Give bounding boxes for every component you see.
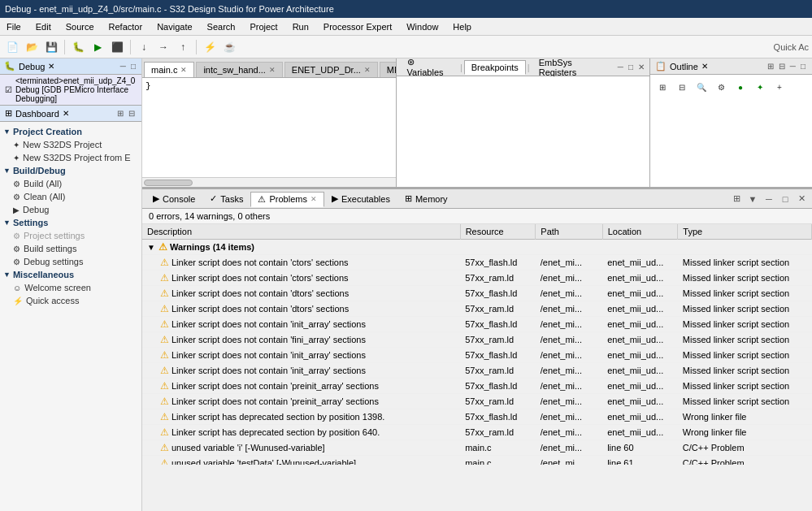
nav-build-settings[interactable]: ⚙ Build settings xyxy=(0,242,141,255)
debug-minimize[interactable]: ─ xyxy=(119,61,128,71)
table-row[interactable]: ⚠Linker script does not contain 'ctors' … xyxy=(142,271,812,286)
outline-action-1[interactable]: ⊞ xyxy=(654,78,671,96)
menu-navigate[interactable]: Navigate xyxy=(154,21,195,32)
section-miscellaneous[interactable]: ▼ Miscellaneous xyxy=(0,268,141,281)
editor-tab-enet[interactable]: ENET_UDP_Dr... ✕ xyxy=(284,62,378,77)
outline-close[interactable]: ✕ xyxy=(701,62,708,71)
nav-clean-all[interactable]: ⚙ Clean (All) xyxy=(0,190,141,203)
bottom-panel-min[interactable]: ─ xyxy=(762,192,776,206)
open-button[interactable]: 📂 xyxy=(23,38,41,56)
new-button[interactable]: 📄 xyxy=(3,38,21,56)
editor-tab-mpc[interactable]: MPC5748G.h ✕ xyxy=(380,62,396,77)
col-resource[interactable]: Resource xyxy=(460,224,536,240)
menu-project[interactable]: Project xyxy=(246,21,280,32)
bottom-panel-btn2[interactable]: ▼ xyxy=(745,192,760,206)
tab-tasks[interactable]: ✓ Tasks xyxy=(202,191,250,206)
dashboard-tab-close[interactable]: ✕ xyxy=(63,109,69,118)
editor-tab-main-c[interactable]: main.c ✕ xyxy=(144,62,194,78)
tab-intc-close[interactable]: ✕ xyxy=(269,66,276,74)
perspective-java-button[interactable]: ☕ xyxy=(220,38,238,56)
nav-debug-settings[interactable]: ⚙ Debug settings xyxy=(0,255,141,268)
outline-action-2[interactable]: ⊟ xyxy=(673,78,691,96)
menu-search[interactable]: Search xyxy=(204,21,239,32)
table-row[interactable]: ⚠Linker script does not contain 'init_ar… xyxy=(142,363,812,379)
step-into-button[interactable]: ↓ xyxy=(135,38,153,56)
step-over-button[interactable]: → xyxy=(154,38,172,56)
debug-tab-close[interactable]: ✕ xyxy=(48,62,54,71)
outline-toolbar-btn2[interactable]: ⊟ xyxy=(777,61,787,71)
bottom-panel-close[interactable]: ✕ xyxy=(794,192,809,206)
tab-enet-close[interactable]: ✕ xyxy=(364,66,371,74)
outline-min[interactable]: ─ xyxy=(788,61,797,71)
debug-maximize[interactable]: □ xyxy=(129,61,137,71)
col-location[interactable]: Location xyxy=(602,224,678,240)
dashboard-tab[interactable]: ⊞ Dashboard ✕ ⊞ ⊟ xyxy=(0,106,141,122)
dashboard-collapse[interactable]: ⊟ xyxy=(127,108,137,119)
problems-tab-close[interactable]: ✕ xyxy=(310,195,317,203)
table-row[interactable]: ⚠Linker script has deprecated section by… xyxy=(142,425,812,440)
menu-edit[interactable]: Edit xyxy=(33,21,54,32)
debug-button[interactable]: 🐛 xyxy=(69,38,87,56)
editor-hscroll[interactable] xyxy=(142,177,396,187)
table-row[interactable]: ⚠Linker script does not contain 'ctors' … xyxy=(142,255,812,271)
col-path[interactable]: Path xyxy=(536,224,602,240)
table-row[interactable]: ⚠Linker script does not contain 'dtors' … xyxy=(142,286,812,301)
section-settings[interactable]: ▼ Settings xyxy=(0,216,141,229)
col-type[interactable]: Type xyxy=(678,224,812,240)
table-row[interactable]: ⚠Linker script does not contain 'init_ar… xyxy=(142,317,812,332)
editor-tab-intc[interactable]: intc_sw_hand... ✕ xyxy=(196,62,282,77)
tab-console[interactable]: ▶ Console xyxy=(145,191,202,206)
section-build-debug[interactable]: ▼ Build/Debug xyxy=(0,164,141,177)
table-row[interactable]: ⚠Linker script does not contain 'preinit… xyxy=(142,379,812,394)
terminated-checkbox[interactable]: ☑ xyxy=(5,85,12,94)
save-button[interactable]: 💾 xyxy=(42,38,60,56)
variables-panel-min[interactable]: ─ xyxy=(616,62,625,72)
menu-file[interactable]: File xyxy=(3,21,24,32)
section-project-creation[interactable]: ▼ Project Creation xyxy=(0,125,141,138)
table-row[interactable]: ▼⚠Warnings (14 items) xyxy=(142,240,812,255)
outline-toolbar-btn1[interactable]: ⊞ xyxy=(766,61,775,71)
editor-content[interactable]: } xyxy=(142,78,396,177)
bottom-panel-btn1[interactable]: ⊞ xyxy=(729,192,744,206)
tab-executables[interactable]: ▶ Executables xyxy=(324,191,397,206)
table-row[interactable]: ⚠Linker script has deprecated section by… xyxy=(142,409,812,425)
menu-help[interactable]: Help xyxy=(449,21,475,32)
menu-run[interactable]: Run xyxy=(289,21,312,32)
variables-panel-close[interactable]: ✕ xyxy=(636,62,646,72)
nav-welcome-screen[interactable]: ☺ Welcome screen xyxy=(0,281,141,294)
outline-action-4[interactable]: ⚙ xyxy=(712,78,730,96)
stop-button[interactable]: ⬛ xyxy=(108,38,126,56)
tab-main-c-close[interactable]: ✕ xyxy=(180,66,187,74)
step-return-button[interactable]: ↑ xyxy=(174,38,192,56)
nav-new-s32ds-from-e[interactable]: ✦ New S32DS Project from E xyxy=(0,151,141,164)
nav-quick-access[interactable]: ⚡ Quick access xyxy=(0,294,141,307)
nav-build-all[interactable]: ⚙ Build (All) xyxy=(0,177,141,190)
tab-memory[interactable]: ⊞ Memory xyxy=(397,191,455,206)
bottom-panel-max[interactable]: □ xyxy=(778,192,792,206)
menu-processor-expert[interactable]: Processor Expert xyxy=(320,21,395,32)
variables-panel-max[interactable]: □ xyxy=(627,62,635,72)
run-button[interactable]: ▶ xyxy=(89,38,106,56)
nav-debug[interactable]: ▶ Debug xyxy=(0,203,141,216)
outline-action-5[interactable]: ● xyxy=(732,78,749,96)
outline-max[interactable]: □ xyxy=(799,61,807,71)
col-description[interactable]: Description xyxy=(142,224,460,240)
table-row[interactable]: ⚠unused variable 'i' [-Wunused-variable]… xyxy=(142,440,812,456)
table-row[interactable]: ⚠Linker script does not contain 'init_ar… xyxy=(142,348,812,363)
table-row[interactable]: ⚠Linker script does not contain 'dtors' … xyxy=(142,301,812,317)
nav-new-s32ds-project[interactable]: ✦ New S32DS Project xyxy=(0,138,141,151)
tab-problems[interactable]: ⚠ Problems ✕ xyxy=(250,192,323,207)
menu-window[interactable]: Window xyxy=(403,21,441,32)
problems-table[interactable]: Description Resource Path Location Type … xyxy=(142,224,812,465)
tab-breakpoints[interactable]: Breakpoints xyxy=(464,60,526,75)
outline-action-7[interactable]: + xyxy=(771,78,788,96)
menu-source[interactable]: Source xyxy=(63,21,98,32)
table-row[interactable]: ⚠unused variable 'testData' [-Wunused-va… xyxy=(142,456,812,466)
menu-refactor[interactable]: Refactor xyxy=(106,21,146,32)
dashboard-expand[interactable]: ⊞ xyxy=(115,108,125,119)
outline-action-3[interactable]: 🔍 xyxy=(693,78,710,96)
table-row[interactable]: ⚠Linker script does not contain 'preinit… xyxy=(142,394,812,409)
perspective-debug-button[interactable]: ⚡ xyxy=(201,38,219,56)
table-row[interactable]: ⚠Linker script does not contain 'fini_ar… xyxy=(142,332,812,348)
hscroll-thumb[interactable] xyxy=(144,180,193,186)
